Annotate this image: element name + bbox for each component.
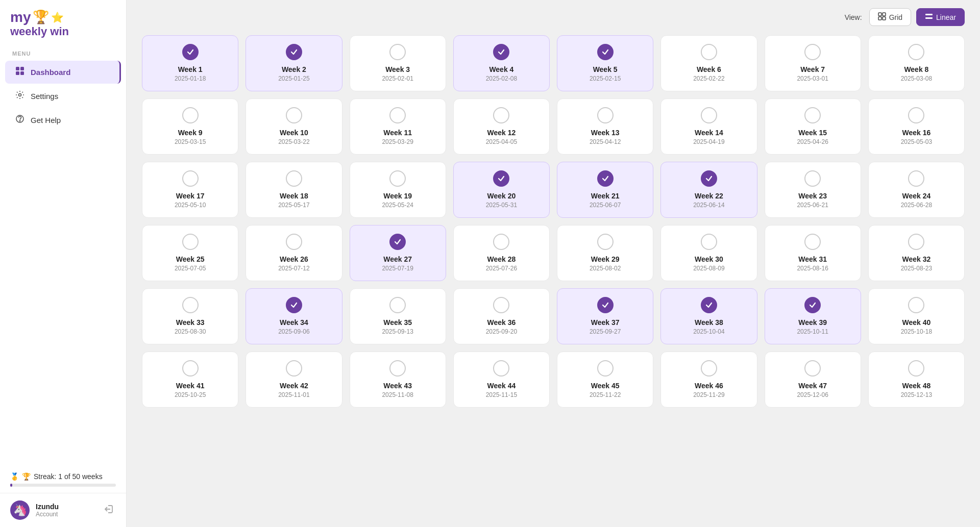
week-date: 2025-06-07 xyxy=(590,202,621,209)
week-label: Week 27 xyxy=(383,255,412,263)
week-check-icon xyxy=(597,234,614,250)
user-area: 🦄 Izundu Account xyxy=(0,493,126,527)
week-label: Week 24 xyxy=(902,192,930,200)
week-label: Week 5 xyxy=(593,65,618,73)
week-date: 2025-04-05 xyxy=(486,138,517,145)
week-card[interactable]: Week 232025-06-21 xyxy=(765,162,861,218)
week-card[interactable]: Week 162025-05-03 xyxy=(868,98,965,155)
week-card[interactable]: Week 212025-06-07 xyxy=(557,162,653,218)
week-date: 2025-01-18 xyxy=(175,75,206,82)
week-card[interactable]: Week 332025-08-30 xyxy=(142,288,238,344)
week-check-icon xyxy=(286,44,302,60)
week-label: Week 47 xyxy=(798,382,827,390)
week-check-icon xyxy=(182,297,199,313)
week-label: Week 2 xyxy=(282,65,306,73)
week-check-icon xyxy=(804,44,821,60)
week-date: 2025-09-20 xyxy=(486,328,517,335)
week-label: Week 40 xyxy=(902,318,930,327)
week-card[interactable]: Week 62025-02-22 xyxy=(660,35,757,91)
week-card[interactable]: Week 82025-03-08 xyxy=(868,35,965,91)
week-card[interactable]: Week 392025-10-11 xyxy=(765,288,861,344)
svg-rect-11 xyxy=(925,14,933,15)
week-date: 2025-05-17 xyxy=(278,202,309,209)
week-card[interactable]: Week 342025-09-06 xyxy=(246,288,342,344)
week-card[interactable]: Week 362025-09-20 xyxy=(453,288,550,344)
week-card[interactable]: Week 12025-01-18 xyxy=(142,35,238,91)
week-card[interactable]: Week 142025-04-19 xyxy=(660,98,757,155)
svg-rect-8 xyxy=(883,13,886,16)
week-label: Week 38 xyxy=(695,318,723,327)
svg-rect-9 xyxy=(878,17,881,20)
week-card[interactable]: Week 372025-09-27 xyxy=(557,288,653,344)
week-date: 2025-12-06 xyxy=(797,391,828,398)
week-date: 2025-11-22 xyxy=(590,391,621,398)
week-card[interactable]: Week 132025-04-12 xyxy=(557,98,653,155)
week-card[interactable]: Week 292025-08-02 xyxy=(557,225,653,281)
week-card[interactable]: Week 172025-05-10 xyxy=(142,162,238,218)
week-check-icon xyxy=(804,170,821,187)
week-date: 2025-06-28 xyxy=(901,202,932,209)
weeks-grid-area: Week 12025-01-18Week 22025-01-25Week 320… xyxy=(127,30,980,527)
settings-icon xyxy=(15,90,24,102)
sidebar-item-dashboard[interactable]: Dashboard xyxy=(5,61,121,84)
linear-view-button[interactable]: Linear xyxy=(916,8,965,26)
week-card[interactable]: Week 482025-12-13 xyxy=(868,352,965,408)
sidebar-item-settings[interactable]: Settings xyxy=(5,85,121,108)
week-label: Week 12 xyxy=(487,129,516,137)
week-card[interactable]: Week 272025-07-19 xyxy=(350,225,446,281)
week-check-icon xyxy=(389,107,406,123)
week-card[interactable]: Week 322025-08-23 xyxy=(868,225,965,281)
week-card[interactable]: Week 462025-11-29 xyxy=(660,352,757,408)
week-card[interactable]: Week 442025-11-15 xyxy=(453,352,550,408)
week-date: 2025-02-01 xyxy=(382,75,413,82)
get-help-label: Get Help xyxy=(31,116,61,124)
week-card[interactable]: Week 192025-05-24 xyxy=(350,162,446,218)
week-card[interactable]: Week 382025-10-04 xyxy=(660,288,757,344)
week-card[interactable]: Week 122025-04-05 xyxy=(453,98,550,155)
week-card[interactable]: Week 252025-07-05 xyxy=(142,225,238,281)
week-card[interactable]: Week 52025-02-15 xyxy=(557,35,653,91)
sidebar-item-get-help[interactable]: Get Help xyxy=(5,109,121,132)
week-card[interactable]: Week 42025-02-08 xyxy=(453,35,550,91)
logout-button[interactable] xyxy=(102,502,116,519)
week-card[interactable]: Week 112025-03-29 xyxy=(350,98,446,155)
week-date: 2025-02-22 xyxy=(693,75,724,82)
week-check-icon xyxy=(493,107,509,123)
week-check-icon xyxy=(908,44,924,60)
week-card[interactable]: Week 202025-05-31 xyxy=(453,162,550,218)
week-card[interactable]: Week 182025-05-17 xyxy=(246,162,342,218)
week-date: 2025-07-19 xyxy=(382,265,413,272)
week-card[interactable]: Week 402025-10-18 xyxy=(868,288,965,344)
week-card[interactable]: Week 242025-06-28 xyxy=(868,162,965,218)
week-date: 2025-08-02 xyxy=(590,265,621,272)
week-card[interactable]: Week 452025-11-22 xyxy=(557,352,653,408)
week-card[interactable]: Week 102025-03-22 xyxy=(246,98,342,155)
week-check-icon xyxy=(389,360,406,377)
week-card[interactable]: Week 22025-01-25 xyxy=(246,35,342,91)
week-date: 2025-07-12 xyxy=(278,265,309,272)
week-check-icon xyxy=(286,107,302,123)
linear-view-label: Linear xyxy=(936,13,956,21)
week-label: Week 21 xyxy=(591,192,620,200)
week-date: 2025-04-26 xyxy=(797,138,828,145)
week-date: 2025-09-06 xyxy=(278,328,309,335)
logo-weekly-win: weekly win xyxy=(10,25,69,38)
week-card[interactable]: Week 92025-03-15 xyxy=(142,98,238,155)
week-card[interactable]: Week 432025-11-08 xyxy=(350,352,446,408)
week-card[interactable]: Week 312025-08-16 xyxy=(765,225,861,281)
week-card[interactable]: Week 412025-10-25 xyxy=(142,352,238,408)
week-card[interactable]: Week 72025-03-01 xyxy=(765,35,861,91)
week-card[interactable]: Week 262025-07-12 xyxy=(246,225,342,281)
week-check-icon xyxy=(182,44,199,60)
week-card[interactable]: Week 302025-08-09 xyxy=(660,225,757,281)
week-card[interactable]: Week 422025-11-01 xyxy=(246,352,342,408)
week-card[interactable]: Week 472025-12-06 xyxy=(765,352,861,408)
week-check-icon xyxy=(493,297,509,313)
week-card[interactable]: Week 282025-07-26 xyxy=(453,225,550,281)
week-card[interactable]: Week 32025-02-01 xyxy=(350,35,446,91)
week-card[interactable]: Week 222025-06-14 xyxy=(660,162,757,218)
week-card[interactable]: Week 352025-09-13 xyxy=(350,288,446,344)
grid-view-button[interactable]: Grid xyxy=(869,8,911,26)
week-card[interactable]: Week 152025-04-26 xyxy=(765,98,861,155)
week-date: 2025-04-19 xyxy=(693,138,724,145)
